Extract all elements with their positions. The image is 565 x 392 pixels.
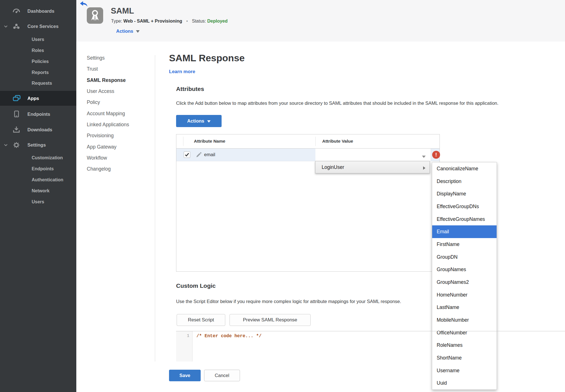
submenu-item[interactable]: DisplayName [432, 188, 497, 200]
script-editor: 1 /* Enter code here... */ [176, 331, 565, 361]
submenu-item[interactable]: CanonicalizeName [432, 162, 497, 175]
attributes-actions-button[interactable]: Actions [176, 115, 222, 127]
attribute-name-cell: email [204, 152, 215, 157]
sidebar-item-authentication[interactable]: Authentication [0, 176, 76, 184]
attribute-value-dropdown[interactable] [315, 149, 431, 161]
editor-gutter: 1 [176, 331, 192, 361]
download-icon [12, 126, 20, 133]
table-row: email ! [176, 149, 440, 161]
subnav-item[interactable]: Linked Applications [87, 119, 149, 130]
subnav-item[interactable]: Workflow [87, 153, 149, 164]
apps-icon [12, 95, 21, 102]
submenu-item[interactable]: EffectiveGroupDNs [432, 200, 497, 213]
chevron-down-icon [4, 144, 8, 146]
submenu-item[interactable]: GroupDN [432, 251, 497, 263]
gear-icon [12, 141, 20, 149]
caret-down-icon [422, 154, 426, 159]
subnav-item[interactable]: Account Mapping [87, 108, 149, 119]
saml-app-icon [87, 7, 103, 24]
sidebar-item-apps[interactable]: Apps [0, 91, 76, 106]
column-header-attribute-value: Attribute Value [322, 139, 353, 144]
custom-logic-description: Use the Script Editor below if you requi… [176, 299, 401, 304]
subnav-divider [155, 55, 155, 361]
submenu-item[interactable]: GroupNames [432, 263, 497, 276]
device-icon [12, 110, 20, 118]
submenu-item[interactable]: GroupNames2 [432, 276, 497, 289]
submenu-item[interactable]: Email [432, 225, 497, 238]
header-actions-menu[interactable]: Actions [116, 29, 140, 34]
value-menu-loginuser[interactable]: LoginUser [315, 161, 430, 173]
sidebar-item-policies[interactable]: Policies [0, 58, 76, 65]
submenu-item[interactable]: MobileNumber [432, 314, 497, 326]
sidebar-item-downloads[interactable]: Downloads [0, 126, 76, 133]
caret-down-icon [207, 118, 211, 124]
preview-saml-response-button[interactable]: Preview SAML Response [230, 314, 311, 326]
app-type-value: Web - SAML + Provisioning [124, 19, 182, 23]
sidebar-item-settings[interactable]: Settings [0, 141, 76, 149]
attributes-heading: Attributes [176, 86, 204, 92]
page-app-title: SAML [111, 6, 134, 16]
subnav-item[interactable]: Provisioning [87, 130, 149, 141]
submenu-item[interactable]: Username [432, 364, 497, 377]
chevron-down-icon [4, 25, 8, 28]
submenu-item[interactable]: Description [432, 175, 497, 188]
sidebar-item-network[interactable]: Network [0, 187, 76, 195]
subnav-item[interactable]: Changelog [87, 164, 149, 175]
row-checkbox[interactable] [184, 151, 190, 158]
sidebar-item-settings-users[interactable]: Users [0, 198, 76, 206]
caret-down-icon [136, 29, 140, 34]
code-input[interactable]: /* Enter code here... */ [192, 331, 565, 361]
sidebar: Dashboards Core Services Users Roles Pol… [0, 0, 76, 392]
sidebar-item-requests[interactable]: Requests [0, 80, 76, 87]
cancel-button[interactable]: Cancel [204, 370, 240, 381]
gauge-icon [12, 8, 20, 14]
submenu-item[interactable]: Uuid [432, 377, 497, 389]
submenu-item[interactable]: FirstName [432, 238, 497, 251]
subnav-item[interactable]: SAML Response [87, 75, 149, 86]
submenu-item[interactable]: EffectiveGroupNames [432, 213, 497, 226]
submenu-arrow-icon [423, 166, 425, 171]
reset-script-button[interactable]: Reset Script [177, 314, 225, 326]
app-subnav: SettingsTrustSAML ResponseUser AccessPol… [87, 53, 149, 175]
sidebar-item-core-services[interactable]: Core Services [0, 23, 76, 30]
submenu-item[interactable]: LastName [432, 301, 497, 314]
table-header: Attribute Name Attribute Value [176, 134, 440, 149]
save-button[interactable]: Save [169, 370, 201, 381]
line-number: 1 [187, 334, 189, 338]
edit-pencil-icon[interactable] [196, 152, 202, 159]
sidebar-item-settings-endpoints[interactable]: Endpoints [0, 165, 76, 173]
subnav-item[interactable]: App Gateway [87, 141, 149, 152]
sidebar-item-users[interactable]: Users [0, 36, 76, 43]
admin-console: Dashboards Core Services Users Roles Pol… [0, 0, 565, 392]
custom-logic-heading: Custom Logic [176, 282, 216, 289]
page-title: SAML Response [169, 53, 245, 64]
sidebar-item-customization[interactable]: Customization [0, 154, 76, 162]
sidebar-item-reports[interactable]: Reports [0, 69, 76, 76]
error-icon: ! [432, 151, 440, 159]
sidebar-item-endpoints[interactable]: Endpoints [0, 110, 76, 118]
subnav-item[interactable]: Trust [87, 64, 149, 75]
sidebar-item-dashboards[interactable]: Dashboards [0, 7, 76, 15]
core-services-icon [12, 23, 20, 30]
app-type-status-line: Type: Web - SAML + Provisioning • Status… [111, 19, 228, 24]
subnav-item[interactable]: Policy [87, 97, 149, 108]
submenu-item[interactable]: HomeNumber [432, 289, 497, 301]
attributes-table: Attribute Name Attribute Value email ! [176, 134, 440, 272]
back-arrow-icon[interactable] [80, 1, 88, 8]
status-badge: Deployed [207, 19, 228, 23]
subnav-item[interactable]: Settings [87, 53, 149, 64]
learn-more-link[interactable]: Learn more [169, 69, 195, 75]
attributes-description: Click the Add button below to map attrib… [176, 101, 499, 106]
subnav-item[interactable]: User Access [87, 86, 149, 97]
sidebar-item-roles[interactable]: Roles [0, 47, 76, 54]
column-header-attribute-name: Attribute Name [194, 139, 225, 144]
